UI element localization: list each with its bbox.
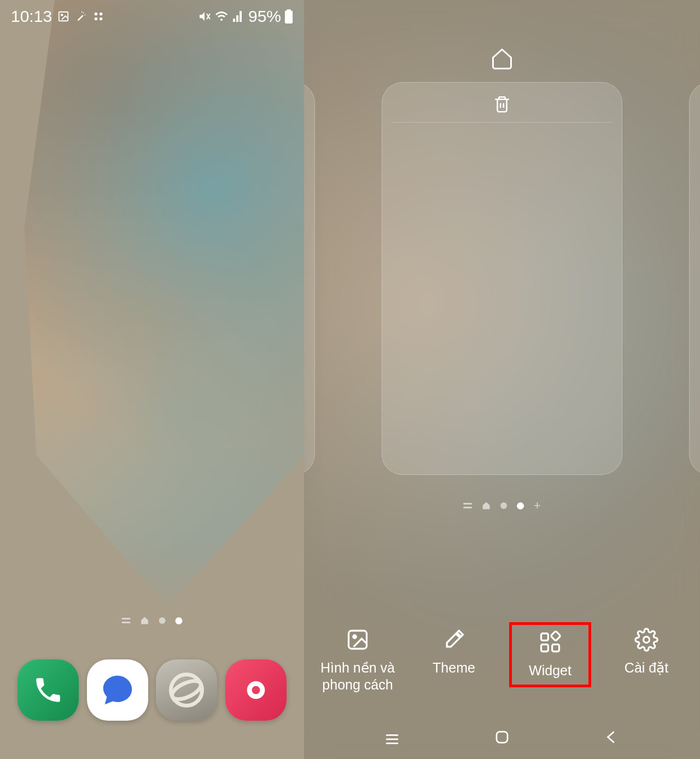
- svg-rect-25: [386, 739, 398, 740]
- svg-rect-27: [497, 732, 508, 743]
- edit-page-indicator[interactable]: +: [463, 499, 541, 513]
- battery-percent: 95%: [248, 7, 281, 26]
- page-preview-prev[interactable]: [304, 82, 315, 475]
- home-screen: 10:13 95%: [0, 0, 304, 759]
- divider: [392, 122, 612, 123]
- battery-icon: [284, 9, 293, 24]
- wallpaper-option[interactable]: Hình nền và phong cách: [317, 622, 399, 699]
- settings-option[interactable]: Cài đặt: [605, 622, 687, 682]
- home-dot: [482, 501, 491, 510]
- svg-rect-22: [551, 631, 561, 641]
- status-time: 10:13: [11, 7, 52, 26]
- page-preview[interactable]: [382, 82, 622, 475]
- delete-page-button[interactable]: [493, 94, 511, 117]
- svg-rect-26: [386, 743, 398, 744]
- image-icon: [57, 10, 69, 22]
- edit-options-row: Hình nền và phong cách Theme Widget Cài …: [304, 622, 700, 699]
- svg-rect-12: [287, 9, 290, 11]
- home-button[interactable]: [491, 726, 513, 748]
- browser-app[interactable]: [156, 659, 217, 721]
- page-dot-active: [517, 502, 524, 509]
- messages-app[interactable]: [87, 659, 148, 721]
- svg-rect-17: [349, 630, 367, 648]
- widget-icon: [538, 630, 562, 654]
- mute-icon: [198, 10, 211, 23]
- svg-rect-20: [552, 644, 559, 651]
- add-page-dot[interactable]: +: [534, 499, 541, 513]
- svg-point-4: [81, 11, 83, 13]
- magic-wand-icon: [75, 10, 87, 22]
- page-dot: [500, 502, 507, 509]
- widget-label: Widget: [529, 662, 571, 679]
- svg-point-1: [61, 14, 63, 16]
- svg-point-6: [100, 13, 103, 16]
- svg-point-8: [100, 18, 103, 21]
- widget-option[interactable]: Widget: [509, 622, 591, 687]
- apps-panel-dot: [122, 618, 131, 623]
- wallpaper-label: Hình nền và phong cách: [319, 659, 396, 694]
- home-icon[interactable]: [490, 47, 514, 73]
- theme-label: Theme: [433, 659, 475, 676]
- home-dot: [141, 616, 149, 625]
- apps-icon: [92, 10, 104, 22]
- svg-point-23: [644, 636, 650, 642]
- svg-point-3: [84, 14, 85, 15]
- svg-point-18: [353, 635, 357, 638]
- wallpaper: [0, 0, 304, 759]
- svg-rect-11: [285, 10, 293, 24]
- svg-rect-19: [541, 633, 549, 640]
- wallpaper-icon: [346, 628, 370, 652]
- signal-icon: [232, 10, 245, 23]
- svg-rect-24: [386, 734, 398, 736]
- gear-icon: [634, 628, 658, 652]
- page-dot-active: [176, 617, 183, 624]
- svg-point-2: [83, 13, 84, 14]
- wifi-icon: [214, 10, 229, 23]
- system-nav-bar: [304, 726, 700, 748]
- page-indicator[interactable]: [122, 616, 183, 625]
- page-dot: [159, 617, 166, 624]
- svg-point-7: [95, 18, 98, 21]
- apps-panel-dot: [463, 503, 472, 508]
- status-bar: 10:13 95%: [0, 0, 304, 33]
- theme-option[interactable]: Theme: [413, 622, 495, 682]
- svg-rect-21: [541, 644, 549, 651]
- settings-label: Cài đặt: [625, 659, 668, 676]
- recents-button[interactable]: [381, 726, 403, 748]
- camera-app[interactable]: [225, 659, 287, 721]
- page-preview-next[interactable]: [689, 82, 700, 475]
- phone-app[interactable]: [18, 659, 79, 721]
- svg-point-5: [95, 13, 98, 16]
- theme-icon: [442, 628, 466, 652]
- svg-point-16: [252, 686, 260, 694]
- back-button[interactable]: [601, 726, 623, 748]
- home-edit-screen: + Hình nền và phong cách Theme Widget Cà…: [304, 0, 700, 759]
- dock: [0, 659, 304, 721]
